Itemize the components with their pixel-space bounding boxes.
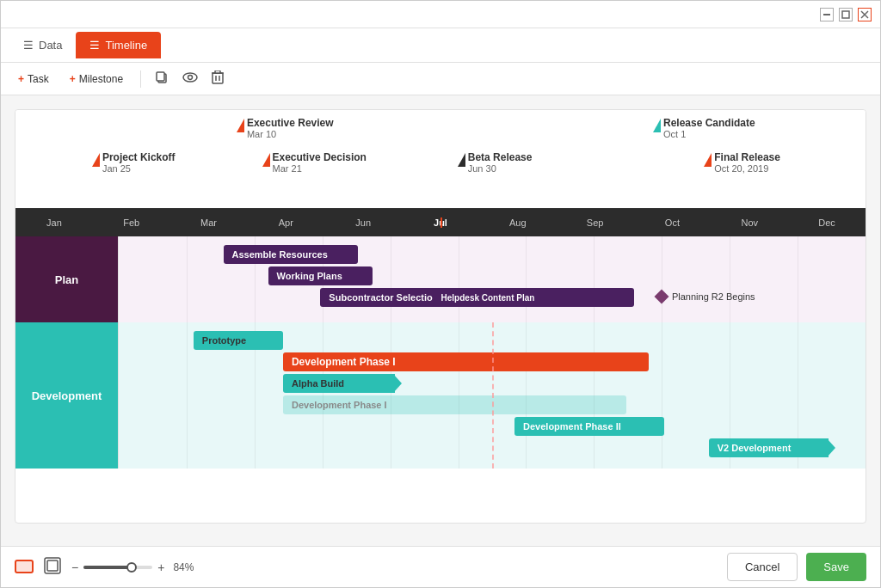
svg-rect-5 [157, 72, 164, 81]
bar-dev-phase-1-ghost[interactable]: Development Phase I [283, 395, 626, 414]
grid-line-6 [526, 236, 527, 322]
bar-v2-development[interactable]: V2 Development [709, 438, 829, 457]
bar-working-plans-label: Working Plans [277, 271, 342, 281]
dev-row-content: Prototype Development Phase I Alpha Buil… [119, 322, 866, 469]
add-milestone-label: Milestone [79, 73, 123, 85]
chart-container: Project Kickoff Jan 25 Executive Review … [15, 109, 866, 524]
close-button[interactable] [858, 8, 872, 21]
add-milestone-button[interactable]: + Milestone [61, 70, 132, 89]
beta-release-name: Beta Release [468, 151, 533, 163]
kickoff-label: Project Kickoff Jan 25 [102, 151, 176, 174]
beta-release-label: Beta Release Jun 30 [468, 151, 533, 174]
toolbar-divider [140, 70, 141, 88]
final-release-flag-icon [704, 153, 712, 167]
zoom-plus-btn[interactable]: + [157, 560, 164, 574]
final-release-label: Final Release Oct 20, 2019 [714, 151, 780, 174]
add-task-label: Task [28, 73, 49, 85]
maximize-button[interactable] [839, 8, 853, 21]
executive-review-date: Mar 10 [247, 129, 334, 139]
planning-r2-marker: Planning R2 Begins [656, 288, 755, 302]
bottom-bar: − + 84% Cancel Save [1, 546, 880, 587]
grid-line-5 [459, 236, 459, 322]
plan-label: Plan [15, 236, 119, 322]
bar-dev-phase-2[interactable]: Development Phase II [514, 417, 664, 436]
executive-review-name: Executive Review [247, 117, 334, 129]
visibility-button[interactable] [177, 68, 203, 89]
bar-assemble-label: Assemble Resources [232, 249, 328, 260]
month-mar: Mar [170, 217, 248, 228]
release-candidate-flag-icon [653, 119, 661, 132]
today-dashed-dev [492, 322, 494, 469]
tab-data[interactable]: ☰ Data [9, 32, 76, 58]
grid-line-7 [594, 236, 595, 322]
bar-v2-development-label: V2 Development [718, 443, 792, 453]
bar-assemble-resources[interactable]: Assemble Resources [224, 245, 358, 264]
zoom-fill [83, 566, 132, 569]
month-oct: Oct [634, 217, 712, 228]
plan-row-content: Assemble Resources Working Plans Subcont… [119, 236, 866, 322]
month-jul: Jul [402, 217, 479, 228]
tab-timeline-label: Timeline [105, 39, 147, 52]
minimize-button[interactable] [820, 8, 834, 21]
month-aug: Aug [479, 217, 557, 228]
development-row: Development Pr [15, 322, 866, 469]
grid-line-10 [798, 236, 798, 322]
cancel-button[interactable]: Cancel [727, 553, 798, 581]
diamond-icon [654, 290, 668, 304]
milestone-project-kickoff: Project Kickoff Jan 25 [92, 153, 100, 167]
release-candidate-label: Release Candidate Oct 1 [663, 117, 755, 139]
zoom-minus-btn[interactable]: − [71, 560, 78, 574]
executive-decision-flag-icon [262, 153, 270, 167]
milestone-beta-release: Beta Release Jun 30 [458, 153, 465, 167]
bar-helpdesk-label: Helpdesk Content Plan [441, 293, 535, 303]
bottom-left: − + 84% [15, 557, 194, 578]
milestone-release-candidate: Release Candidate Oct 1 [653, 119, 661, 132]
bar-prototype[interactable]: Prototype [194, 331, 283, 350]
executive-decision-label: Executive Decision Mar 21 [273, 151, 367, 174]
executive-review-flag-icon [237, 119, 244, 132]
svg-point-6 [183, 73, 197, 82]
month-feb: Feb [93, 217, 170, 228]
executive-review-label: Executive Review Mar 10 [247, 117, 334, 139]
zoom-slider[interactable] [83, 566, 152, 569]
milestone-plus-icon: + [70, 73, 76, 85]
grid-line-8 [662, 236, 662, 322]
save-button[interactable]: Save [806, 553, 866, 581]
bar-dev-phase-1-ghost-label: Development Phase I [292, 400, 387, 410]
month-jan: Jan [15, 217, 93, 228]
alpha-build-arrow-icon [393, 374, 402, 393]
milestone-final-release: Final Release Oct 20, 2019 [704, 153, 712, 167]
executive-decision-date: Mar 21 [273, 163, 367, 174]
add-task-button[interactable]: + Task [9, 70, 58, 89]
zoom-handle [126, 562, 137, 573]
release-candidate-name: Release Candidate [663, 117, 755, 129]
copy-button[interactable] [150, 67, 174, 90]
svg-point-7 [188, 76, 193, 80]
bar-alpha-build[interactable]: Alpha Build [283, 374, 395, 393]
tab-timeline[interactable]: ☰ Timeline [76, 32, 161, 58]
bar-subcontractor-label: Subcontractor Selection [329, 292, 438, 303]
capture-icon-btn[interactable] [15, 558, 34, 577]
bar-helpdesk[interactable]: Helpdesk Content Plan [433, 288, 634, 307]
tab-data-label: Data [39, 39, 62, 52]
svg-rect-0 [823, 14, 830, 15]
grid-line-9 [730, 236, 730, 322]
bar-dev-phase-1-red[interactable]: Development Phase I [283, 352, 649, 371]
month-sep: Sep [557, 217, 634, 228]
final-release-date: Oct 20, 2019 [714, 163, 780, 174]
fit-icon-btn[interactable] [44, 557, 61, 578]
month-apr: Apr [247, 217, 324, 228]
bar-working-plans[interactable]: Working Plans [268, 266, 373, 285]
bar-dev-phase-2-label: Development Phase II [523, 421, 621, 432]
data-tab-icon: ☰ [23, 39, 34, 52]
toolbar: + Task + Milestone [1, 63, 880, 95]
executive-decision-name: Executive Decision [273, 151, 367, 163]
grid-line-1 [187, 236, 188, 322]
delete-button[interactable] [206, 67, 229, 90]
svg-rect-8 [213, 73, 223, 83]
timeline-tab-icon: ☰ [89, 39, 100, 52]
kickoff-flag-icon [92, 153, 100, 167]
bottom-right: Cancel Save [727, 553, 866, 581]
app-window: ☰ Data ☰ Timeline + Task + Milestone [0, 0, 881, 588]
plan-row: Plan Assemble Resources [15, 236, 866, 322]
